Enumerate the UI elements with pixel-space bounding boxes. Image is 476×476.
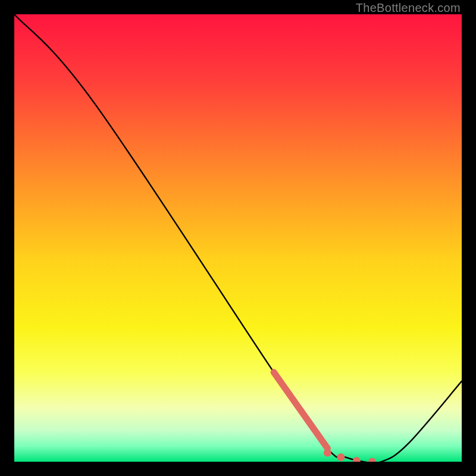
gradient-background [14, 14, 462, 462]
watermark-text: TheBottleneck.com [356, 1, 461, 15]
highlight-dot [324, 449, 331, 456]
bottleneck-chart [14, 14, 462, 462]
highlight-dot [337, 453, 345, 461]
